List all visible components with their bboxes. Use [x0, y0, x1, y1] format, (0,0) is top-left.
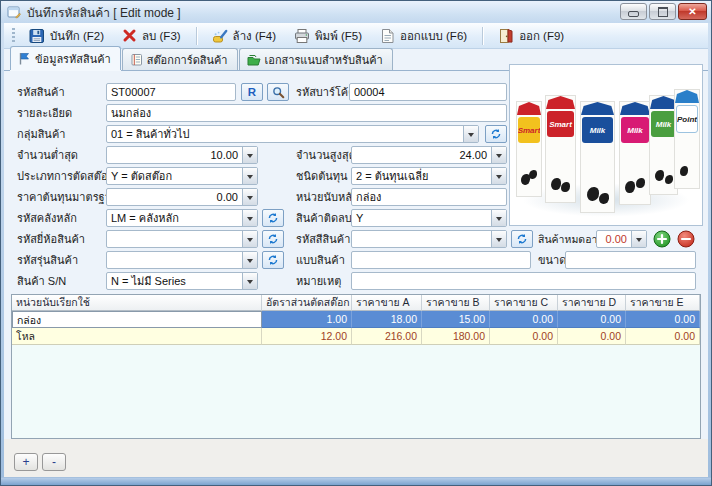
chevron-down-icon[interactable] [242, 147, 257, 163]
chevron-down-icon[interactable] [491, 210, 506, 226]
brand-refresh-button[interactable] [262, 230, 284, 248]
chevron-down-icon[interactable] [242, 168, 257, 184]
price-d-cell[interactable]: 0.00 [558, 328, 626, 345]
chevron-down-icon[interactable] [631, 231, 646, 247]
main-warehouse-dropdown[interactable]: LM = คลังหลัก [106, 209, 258, 227]
price-a-cell[interactable]: 216.00 [352, 328, 422, 345]
save-button[interactable]: บันทึก (F2) [21, 24, 112, 48]
printer-icon [294, 28, 310, 44]
add-unit-circle-button[interactable] [653, 230, 671, 248]
style-input[interactable] [351, 251, 531, 269]
chevron-down-icon[interactable] [242, 189, 257, 205]
stock-cut-type-dropdown[interactable]: Y = ตัดสต๊อก [106, 167, 258, 185]
size-input[interactable] [565, 251, 696, 269]
refresh-icon [267, 254, 279, 266]
delete-x-icon [122, 28, 137, 43]
chevron-down-icon[interactable] [242, 231, 257, 247]
chevron-down-icon[interactable] [242, 210, 257, 226]
price-c-cell[interactable]: 0.00 [490, 311, 558, 328]
r-button[interactable]: R [241, 83, 263, 101]
chevron-down-icon[interactable] [491, 147, 506, 163]
model-refresh-button[interactable] [262, 251, 284, 269]
model-code-dropdown[interactable] [106, 251, 258, 269]
negative-stock-label: สินค้าติดลบ [296, 209, 352, 227]
serial-dropdown[interactable]: N = ไม่มี Series [106, 272, 258, 290]
brand-code-dropdown[interactable] [106, 230, 258, 248]
delete-button[interactable]: ลบ (F3) [114, 24, 189, 48]
tab-stock-card[interactable]: สต๊อกการ์ดสินค้า [122, 48, 238, 70]
chevron-down-icon[interactable] [491, 231, 506, 247]
maximize-icon [658, 7, 668, 17]
description-label: รายละเอียด [17, 104, 72, 122]
chevron-down-icon[interactable] [242, 273, 257, 289]
column-header: ราคาขาย A [352, 295, 422, 311]
price-b-cell[interactable]: 15.00 [422, 311, 490, 328]
main-unit-input[interactable] [351, 188, 507, 206]
barcode-input[interactable] [349, 83, 507, 101]
window-frame [708, 23, 711, 485]
flag-icon [18, 52, 31, 65]
ratio-cell[interactable]: 12.00 [262, 328, 352, 345]
cost-type-dropdown[interactable]: 2 = ต้นทุนเฉลี่ย [351, 167, 507, 185]
price-b-cell[interactable]: 180.00 [422, 328, 490, 345]
exit-button[interactable]: ออก (F9) [490, 24, 572, 48]
color-code-dropdown[interactable] [351, 230, 507, 248]
price-e-cell[interactable]: 0.00 [626, 328, 700, 345]
tab-attachments[interactable]: เอกสารแนบสำหรับสินค้า [239, 48, 393, 70]
std-cost-stepper[interactable]: 0.00 [106, 188, 258, 206]
expire-qty-stepper[interactable]: 0.00 [596, 230, 647, 248]
search-button[interactable] [267, 83, 289, 101]
chevron-down-icon[interactable] [491, 168, 506, 184]
chevron-down-icon[interactable] [242, 252, 257, 268]
product-code-input[interactable] [106, 83, 236, 101]
tab-product-info-label: ข้อมูลรหัสสินค้า [35, 50, 111, 68]
refresh-icon [267, 212, 279, 224]
tab-product-info[interactable]: ข้อมูลรหัสสินค้า [10, 46, 121, 70]
price-d-cell[interactable]: 0.00 [558, 311, 626, 328]
column-header: ราคาขาย B [422, 295, 490, 311]
remark-label: หมายเหตุ [296, 272, 341, 290]
close-button[interactable]: ✕ [678, 3, 707, 20]
ratio-cell[interactable]: 1.00 [262, 311, 352, 328]
max-qty-label: จำนวนสูงสุด [296, 146, 356, 164]
remark-input[interactable] [351, 272, 696, 290]
remove-row-button[interactable]: - [42, 453, 66, 471]
toolbar-separator [196, 27, 197, 45]
minimize-button[interactable] [620, 3, 647, 20]
color-refresh-button[interactable] [511, 230, 533, 248]
unit-cell[interactable]: โหล [12, 328, 262, 345]
column-header: ราคาขาย D [558, 295, 626, 311]
add-row-button[interactable]: + [14, 453, 38, 471]
design-button-label: ออกแบบ (F6) [400, 27, 467, 45]
chevron-down-icon[interactable] [463, 126, 478, 142]
clear-button[interactable]: ล้าง (F4) [204, 24, 284, 48]
design-button[interactable]: ออกแบบ (F6) [372, 24, 475, 48]
std-cost-label: ราคาต้นทุนมาตรฐาน [17, 188, 118, 206]
group-refresh-button[interactable] [485, 125, 507, 143]
description-input[interactable] [106, 104, 507, 122]
unit-cell[interactable]: กล่อง [12, 311, 262, 328]
price-e-cell[interactable]: 0.00 [626, 311, 700, 328]
warehouse-refresh-button[interactable] [262, 209, 284, 227]
min-qty-stepper[interactable]: 10.00 [106, 146, 258, 164]
remove-unit-circle-button[interactable] [677, 230, 695, 248]
toolbar-grip [12, 28, 15, 44]
window-title: บันทึกรหัสสินค้า [ Edit mode ] [27, 3, 181, 22]
cost-type-label: ชนิดต้นทุน [296, 167, 348, 185]
maximize-button[interactable] [649, 3, 676, 20]
print-button[interactable]: พิมพ์ (F5) [286, 24, 370, 48]
barcode-label: รหัสบาร์โค้ด [296, 83, 355, 101]
minus-icon: - [52, 455, 56, 469]
refresh-icon [516, 233, 528, 245]
negative-stock-dropdown[interactable]: Y [351, 209, 507, 227]
group-dropdown[interactable]: 01 = สินค้าทั่วไป [106, 125, 479, 143]
milk-carton: Smart [516, 101, 542, 197]
app-icon [7, 5, 21, 19]
plus-circle-icon [653, 230, 671, 248]
price-c-cell[interactable]: 0.00 [490, 328, 558, 345]
size-label: ขนาด [538, 251, 566, 269]
price-a-cell[interactable]: 18.00 [352, 311, 422, 328]
max-qty-stepper[interactable]: 24.00 [351, 146, 507, 164]
units-table: หน่วยนับเรียกใช้ อัตราส่วนตัดสต๊อก ราคาข… [11, 294, 701, 439]
product-image-panel: Smart Smart Milk Milk Milk Point [509, 64, 703, 226]
